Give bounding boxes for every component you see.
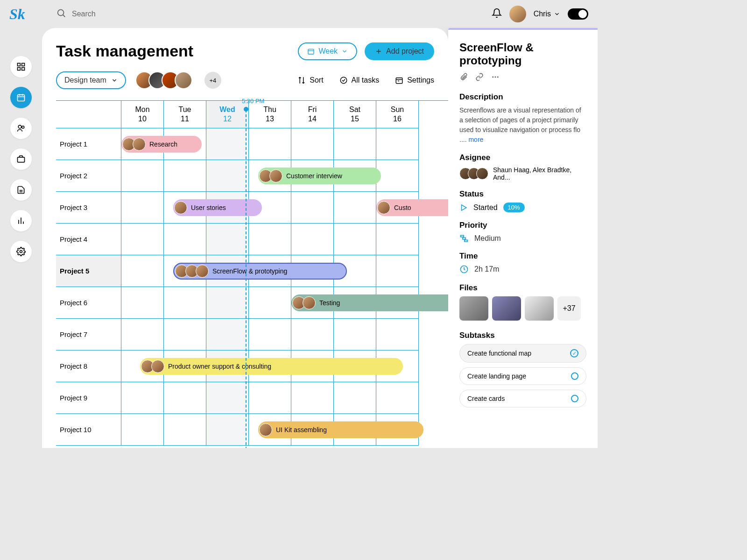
svg-rect-2 [18,63,21,66]
time-dot [244,107,248,112]
grid-cell [121,224,164,255]
project-label[interactable]: Project 4 [56,224,121,255]
svg-point-18 [20,251,22,253]
grid-cell [164,382,206,414]
attachment-icon[interactable] [459,73,468,83]
task-bar[interactable]: Customer interview [258,168,381,184]
file-thumb[interactable] [459,296,488,321]
project-label[interactable]: Project 3 [56,192,121,224]
project-label[interactable]: Project 10 [56,414,121,446]
grid-cell: Customer interview [249,160,291,192]
chevron-down-icon [341,48,348,55]
priority-value: Medium [474,234,501,243]
svg-point-28 [495,77,496,78]
task-bar[interactable]: Testing [291,294,448,311]
settings-button[interactable]: Settings [395,76,434,84]
task-bar[interactable]: UI Kit assembling [258,421,423,438]
day-header: Thu13 [249,101,291,128]
status-value: Started [473,203,498,212]
task-bar[interactable]: Research [121,136,202,153]
project-label[interactable]: Project 8 [56,350,121,382]
calendar-icon [307,48,315,55]
nav-briefcase[interactable] [10,148,32,170]
grid-cell [249,287,291,319]
notification-icon[interactable] [492,8,502,20]
nav-calendar[interactable] [10,87,32,108]
check-circle-icon [339,76,348,84]
file-thumb[interactable] [492,296,521,321]
nav-documents[interactable] [10,179,32,201]
svg-rect-32 [463,238,466,239]
svg-rect-31 [461,235,464,237]
svg-point-10 [18,125,21,128]
theme-toggle[interactable] [568,8,588,20]
grid-cell: ScreenFlow & prototyping [164,255,206,287]
task-bar[interactable]: Product owner support & consulting [140,358,403,375]
task-bar[interactable]: ScreenFlow & prototyping [173,263,347,280]
nav-team[interactable] [10,118,32,139]
project-label[interactable]: Project 9 [56,382,121,414]
project-label[interactable]: Project 2 [56,160,121,192]
project-label[interactable]: Project 7 [56,319,121,350]
team-selector[interactable]: Design team [56,71,126,89]
grid-cell [291,128,334,160]
view-label: Week [318,47,338,56]
grid-cell [376,255,419,287]
time-line [246,110,247,448]
grid-cell: Custo [376,192,419,224]
project-label[interactable]: Project 5 [56,255,121,287]
team-avatars[interactable] [135,71,192,89]
grid-cell [334,128,376,160]
task-bar[interactable]: Custo [376,199,448,216]
svg-rect-33 [465,240,468,241]
play-icon [459,203,468,212]
chevron-down-icon [111,77,118,84]
user-menu[interactable]: Chris [534,10,560,18]
more-icon[interactable] [491,73,500,83]
grid-cell [121,319,164,350]
svg-point-23 [340,77,347,84]
add-project-button[interactable]: Add project [365,42,434,60]
svg-point-27 [492,77,493,78]
user-avatar[interactable] [509,6,526,22]
svg-rect-6 [18,95,25,101]
subtask-item[interactable]: Create functional map✓ [459,344,586,363]
subtask-item[interactable]: Create cards [459,390,586,407]
nav-settings[interactable] [10,241,32,262]
files-row: +37 [459,296,586,321]
grid-cell [206,160,249,192]
description-label: Description [459,92,586,102]
grid-cell: UI Kit assembling [249,414,291,446]
svg-rect-3 [22,63,25,66]
file-thumb[interactable] [525,296,554,321]
svg-point-11 [22,126,24,128]
search[interactable]: Search [56,8,96,20]
clock-icon [459,265,469,274]
detail-panel: ScreenFlow & prototyping Description Scr… [448,28,598,448]
grid-cell [121,414,164,446]
avatar [175,71,192,89]
nav-analytics[interactable] [10,210,32,231]
nav-dashboard[interactable] [10,56,32,77]
grid-cell [376,319,419,350]
topbar: Sk Search Chris [0,0,598,28]
search-placeholder: Search [72,10,96,18]
more-link[interactable]: more [468,136,483,143]
project-label[interactable]: Project 1 [56,128,121,160]
view-selector[interactable]: Week [298,42,357,60]
grid-cell [376,382,419,414]
sort-button[interactable]: Sort [297,76,323,84]
all-tasks-button[interactable]: All tasks [339,76,380,84]
calendar-settings-icon [395,76,403,84]
task-bar[interactable]: User stories [173,199,262,216]
main-content: Task management Week Add project Design … [42,28,448,448]
project-label[interactable]: Project 6 [56,287,121,319]
team-overflow-count[interactable]: +4 [204,72,221,89]
grid-cell [376,160,419,192]
subtask-item[interactable]: Create landing page [459,367,586,385]
timeline: 5:30 PM Mon10Tue11Wed12Thu13Fri14Sat15Su… [56,100,448,446]
svg-rect-12 [18,157,25,162]
link-icon[interactable] [475,73,484,83]
priority-icon [459,234,469,243]
files-more[interactable]: +37 [557,296,581,321]
